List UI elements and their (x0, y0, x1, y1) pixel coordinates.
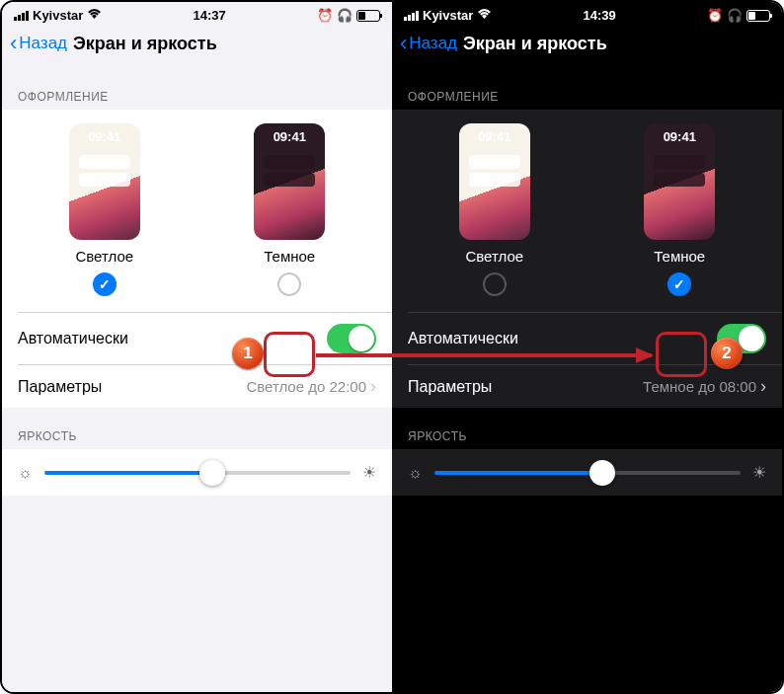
light-option-label: Светлое (75, 248, 133, 265)
parameters-row[interactable]: Параметры Темное до 08:00 › (392, 365, 782, 408)
dark-thumbnail: 09:41 (254, 123, 325, 240)
auto-row: Автоматически (392, 313, 782, 364)
battery-icon (746, 10, 770, 22)
brightness-row: ☼ ☀ (392, 449, 782, 496)
auto-toggle[interactable] (717, 324, 766, 353)
sun-low-icon: ☼ (18, 464, 33, 482)
alarm-icon: ⏰ (707, 8, 723, 23)
carrier-label: Kyivstar (33, 8, 83, 23)
section-header-brightness: ЯРКОСТЬ (2, 408, 392, 449)
headphones-icon: 🎧 (727, 8, 743, 23)
radio-dark-checked[interactable]: ✓ (667, 272, 691, 296)
auto-toggle[interactable] (327, 324, 376, 353)
status-time: 14:37 (194, 8, 226, 23)
wifi-icon (87, 8, 102, 23)
light-thumbnail: 09:41 (459, 123, 530, 240)
parameters-value: Темное до 08:00 (643, 378, 756, 395)
brightness-slider[interactable] (434, 471, 741, 475)
dark-option-label: Темное (264, 248, 315, 265)
radio-light-checked[interactable]: ✓ (93, 272, 117, 296)
auto-label: Автоматически (408, 330, 518, 347)
appearance-card: 09:41 Светлое 09:41 Темное ✓ Авт (392, 110, 782, 408)
section-header-brightness: ЯРКОСТЬ (392, 408, 782, 449)
parameters-label: Параметры (408, 378, 492, 396)
page-title: Экран и яркость (463, 34, 607, 54)
wifi-icon (477, 8, 492, 23)
status-time: 14:39 (584, 8, 616, 23)
phone-dark: Kyivstar 14:39 ⏰ 🎧 ‹ Назад Экран и яркос… (392, 2, 782, 692)
section-header-appearance: ОФОРМЛЕНИЕ (392, 68, 782, 110)
sun-high-icon: ☀ (752, 463, 766, 482)
sun-high-icon: ☀ (362, 463, 376, 482)
dark-thumbnail: 09:41 (644, 123, 715, 240)
signal-icon (14, 11, 29, 21)
comparison-canvas: Kyivstar 14:37 ⏰ 🎧 ‹ Назад Экран и яркос… (0, 0, 784, 694)
dark-option-label: Темное (654, 248, 705, 265)
battery-icon (356, 10, 380, 22)
chevron-right-icon: › (370, 376, 376, 397)
auto-label: Автоматически (18, 330, 128, 347)
phone-light: Kyivstar 14:37 ⏰ 🎧 ‹ Назад Экран и яркос… (2, 2, 392, 692)
parameters-row[interactable]: Параметры Светлое до 22:00 › (2, 365, 392, 408)
nav-bar: ‹ Назад Экран и яркость (2, 25, 392, 68)
chevron-right-icon: › (760, 376, 766, 397)
sun-low-icon: ☼ (408, 464, 423, 482)
radio-dark-empty[interactable] (277, 272, 301, 296)
radio-light-empty[interactable] (483, 272, 507, 296)
appearance-option-dark[interactable]: 09:41 Темное (230, 123, 349, 296)
appearance-option-light[interactable]: 09:41 Светлое (435, 123, 554, 296)
light-thumbnail: 09:41 (69, 123, 140, 240)
carrier-label: Kyivstar (423, 8, 473, 23)
nav-bar: ‹ Назад Экран и яркость (392, 25, 782, 68)
brightness-row: ☼ ☀ (2, 449, 392, 496)
parameters-value: Светлое до 22:00 (246, 378, 366, 395)
auto-row: Автоматически (2, 313, 392, 364)
chevron-left-icon: ‹ (10, 33, 17, 54)
status-bar: Kyivstar 14:37 ⏰ 🎧 (2, 2, 392, 25)
signal-icon (404, 11, 419, 21)
page-title: Экран и яркость (73, 34, 217, 54)
appearance-card: 09:41 Светлое ✓ 09:41 Темное Авт (2, 110, 392, 408)
parameters-label: Параметры (18, 378, 102, 396)
appearance-option-dark[interactable]: 09:41 Темное ✓ (620, 123, 739, 296)
back-button[interactable]: ‹ Назад (10, 33, 67, 54)
status-bar: Kyivstar 14:39 ⏰ 🎧 (392, 2, 782, 25)
back-label: Назад (409, 34, 457, 53)
back-button[interactable]: ‹ Назад (400, 33, 457, 54)
chevron-left-icon: ‹ (400, 33, 407, 54)
section-header-appearance: ОФОРМЛЕНИЕ (2, 68, 392, 110)
brightness-slider[interactable] (44, 471, 351, 475)
headphones-icon: 🎧 (337, 8, 353, 23)
back-label: Назад (19, 34, 67, 53)
appearance-option-light[interactable]: 09:41 Светлое ✓ (45, 123, 164, 296)
alarm-icon: ⏰ (317, 8, 333, 23)
light-option-label: Светлое (465, 248, 523, 265)
